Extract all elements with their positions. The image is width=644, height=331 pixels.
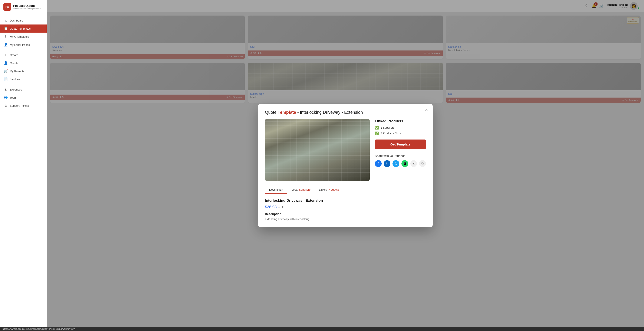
template-name: Interlocking Driveway - Extension [265,198,370,203]
linked-products-panel: Linked Products ✅ 1 Suppliers ✅ 7 Produc… [375,119,426,135]
brand-tagline: construction estimating software [13,8,41,10]
template-image [265,119,370,181]
home-icon: ⌂ [4,18,8,22]
sidebar-item-my-projects[interactable]: 🛒 My Projects [0,67,47,75]
suppliers-label: 1 Suppliers [380,126,394,129]
sidebar-item-clients[interactable]: 👤 Clients [0,59,47,67]
logo-icon: FQ [4,3,11,11]
template-modal: ✕ Quote Template - Interlocking Driveway… [258,104,433,227]
download-icon: ⬇ [4,35,8,38]
modal-right-panel: Linked Products ✅ 1 Suppliers ✅ 7 Produc… [375,119,426,221]
sidebar-item-my-qtemplates[interactable]: ⬇ My QTemplates [0,32,47,41]
client-icon: 👤 [4,61,8,65]
sidebar: FQ FocusedQ.com construction estimating … [0,0,47,331]
sidebar-item-label: Team [10,96,16,99]
modal-tabs: Description Local Suppliers Linked Produ… [265,186,370,194]
sidebar-item-quote-templates[interactable]: 📋 Quote Templates [0,24,47,32]
sidebar-item-label: My Labor Prices [10,43,30,46]
share-title: Share with your friends [375,154,426,158]
sidebar-nav: ⌂ Dashboard 📋 Quote Templates ⬇ My QTemp… [0,14,47,331]
skus-label: 7 Products Skus [380,132,401,135]
clipboard-icon: 📋 [4,26,8,30]
linked-item-skus: ✅ 7 Products Skus [375,132,426,135]
plus-icon: + [4,53,8,57]
check-icon-skus: ✅ [375,132,379,135]
description-content: Interlocking Driveway - Extension $28.98… [265,198,370,221]
sidebar-item-label: Dashboard [10,19,24,22]
sidebar-item-label: Clients [10,62,18,65]
invoices-icon: 📄 [4,77,8,81]
modal-overlay[interactable]: ✕ Quote Template - Interlocking Driveway… [47,0,644,331]
check-icon-suppliers: ✅ [375,126,379,130]
sidebar-item-invoices[interactable]: 📄 Invoices [0,75,47,83]
share-linkedin-button[interactable]: in [384,160,390,167]
get-template-button[interactable]: Get Template [375,140,426,149]
share-email-button[interactable]: ✉ [410,160,417,167]
tab-local-suppliers[interactable]: Local Suppliers [287,186,315,194]
modal-title: Quote Template - Interlocking Driveway -… [265,110,426,115]
expenses-icon: $ [4,88,8,92]
sidebar-item-label: Expenses [10,88,22,91]
main-content: ☾ 🔔 2 🛒 Kitchen Reno Inc contractor 👩 $4… [47,0,644,331]
template-unit: sq.ft [278,206,284,209]
share-facebook-button[interactable]: f [375,160,382,167]
share-whatsapp-button[interactable]: 📱 [402,160,408,167]
team-icon: 👥 [4,96,8,100]
brand-name: FocusedQ.com [13,4,41,8]
share-icons: f in 𝕏 📱 ✉ ⧉ [375,160,426,167]
support-icon: ⊙ [4,104,8,108]
sidebar-item-label: Support Tickets [10,104,29,107]
tab-linked-products[interactable]: Linked Products [315,186,343,194]
linked-item-suppliers: ✅ 1 Suppliers [375,126,426,130]
share-section: Share with your friends f in 𝕏 📱 ✉ ⧉ [375,154,426,167]
modal-left-panel: Description Local Suppliers Linked Produ… [265,119,370,221]
modal-close-button[interactable]: ✕ [423,107,429,113]
description-label: Description [265,212,370,216]
status-url: https://www.focusedq.com/business/qtempl… [2,328,75,330]
logo: FQ FocusedQ.com construction estimating … [0,0,47,14]
sidebar-item-label: Invoices [10,78,20,81]
sidebar-item-create[interactable]: + Create [0,51,47,59]
sidebar-item-my-labor-prices[interactable]: 👤 My Labor Prices [0,41,47,49]
sidebar-item-label: My QTemplates [10,35,29,38]
driveway-image-pattern [265,119,370,181]
modal-body: Description Local Suppliers Linked Produ… [265,119,426,221]
template-price: $28.98 [265,205,277,210]
share-twitter-button[interactable]: 𝕏 [392,160,399,167]
sidebar-item-label: My Projects [10,70,24,73]
status-bar: https://www.focusedq.com/business/qtempl… [0,327,644,331]
share-copy-link-button[interactable]: ⧉ [419,160,426,167]
sidebar-item-label: Create [10,54,18,57]
person-icon: 👤 [4,43,8,47]
linked-products-heading: Linked Products [375,119,426,123]
description-text: Extending driveway with interlocking [265,217,370,221]
tab-description[interactable]: Description [265,186,287,194]
sidebar-item-label: Quote Templates [10,27,31,30]
sidebar-item-dashboard[interactable]: ⌂ Dashboard [0,16,47,24]
projects-icon: 🛒 [4,69,8,73]
sidebar-item-support-tickets[interactable]: ⊙ Support Tickets [0,102,47,110]
sidebar-item-expenses[interactable]: $ Expenses [0,86,47,94]
sidebar-item-team[interactable]: 👥 Team [0,94,47,102]
template-price-block: $28.98 sq.ft [265,205,370,210]
